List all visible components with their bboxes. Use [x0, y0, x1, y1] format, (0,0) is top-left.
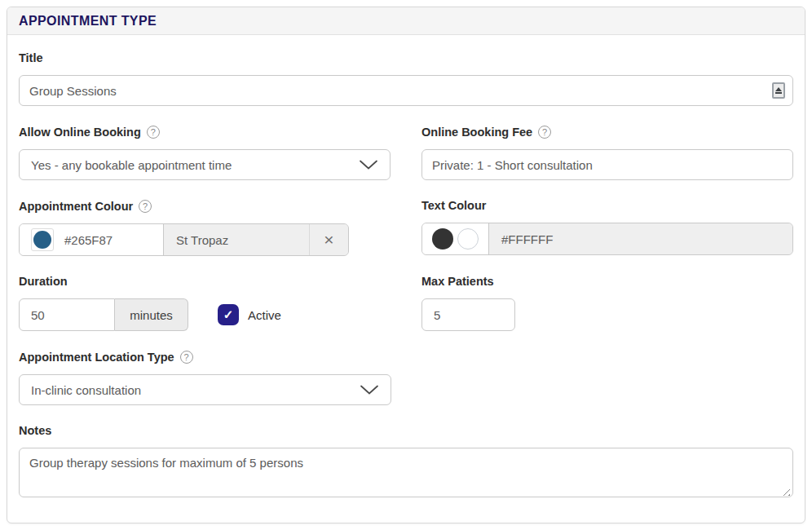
allow-online-booking-value: Yes - any bookable appointment time: [31, 158, 232, 172]
title-label: Title: [19, 52, 793, 64]
duration-input[interactable]: [19, 298, 115, 331]
close-icon: ×: [324, 230, 333, 250]
location-type-value: In-clinic consultation: [31, 383, 141, 397]
allow-online-booking-field: Allow Online Booking ? Yes - any bookabl…: [19, 126, 391, 180]
online-booking-fee-input[interactable]: [421, 149, 793, 180]
help-icon[interactable]: ?: [147, 126, 160, 139]
duration-label: Duration: [19, 276, 391, 288]
location-type-label: Appointment Location Type ?: [19, 351, 391, 364]
autofill-icon[interactable]: [772, 82, 785, 99]
location-type-field: Appointment Location Type ? In-clinic co…: [19, 351, 391, 405]
allow-online-booking-label: Allow Online Booking ?: [19, 126, 391, 139]
notes-textarea[interactable]: Group therapy sessions for maximum of 5 …: [19, 448, 793, 497]
duration-label-text: Duration: [19, 276, 68, 288]
online-booking-fee-label: Online Booking Fee ?: [421, 126, 793, 139]
text-colour-hex: #FFFFFF: [501, 232, 553, 246]
active-label: Active: [248, 308, 281, 322]
title-field: Title: [19, 52, 793, 106]
max-patients-input[interactable]: [421, 298, 515, 331]
text-colour-picker: #FFFFFF: [421, 223, 793, 255]
appointment-colour-hex: #265F87: [64, 233, 113, 247]
duration-unit-addon: minutes: [115, 298, 188, 331]
autofill-arrow-icon: [775, 87, 782, 91]
online-booking-fee-label-text: Online Booking Fee: [421, 126, 532, 139]
text-colour-label-text: Text Colour: [421, 200, 486, 212]
max-patients-label: Max Patients: [421, 276, 793, 288]
title-input[interactable]: [19, 75, 793, 106]
title-input-wrap: [19, 75, 793, 106]
appointment-colour-swatch: [33, 231, 51, 249]
help-icon[interactable]: ?: [180, 351, 193, 364]
chevron-down-icon: [360, 385, 379, 395]
duration-row: Duration minutes ✓ Active: [19, 276, 793, 331]
text-colour-light-option[interactable]: [457, 228, 479, 250]
text-colour-label: Text Colour: [421, 200, 793, 212]
text-colour-swatch-segment: [422, 223, 488, 254]
duration-line: minutes ✓ Active: [19, 298, 391, 331]
clear-colour-button[interactable]: ×: [309, 224, 348, 255]
card-header: APPOINTMENT TYPE: [7, 7, 805, 35]
help-icon[interactable]: ?: [538, 126, 551, 139]
text-colour-field: Text Colour #FFFFFF: [421, 200, 793, 256]
appointment-colour-swatch-segment: #265F87: [20, 224, 163, 255]
max-patients-field: Max Patients: [421, 276, 793, 331]
online-booking-fee-field: Online Booking Fee ?: [421, 126, 793, 180]
active-checkbox[interactable]: ✓: [218, 304, 239, 325]
notes-wrap: Group therapy sessions for maximum of 5 …: [19, 448, 793, 501]
notes-field: Notes Group therapy sessions for maximum…: [19, 425, 793, 501]
appointment-colour-label: Appointment Colour ?: [19, 200, 391, 213]
appointment-colour-field: Appointment Colour ? #265F87 St Tropaz ×: [19, 200, 391, 256]
allow-online-booking-select[interactable]: Yes - any bookable appointment time: [19, 149, 391, 180]
max-patients-label-text: Max Patients: [421, 276, 494, 288]
page-title: APPOINTMENT TYPE: [19, 14, 157, 29]
allow-online-booking-label-text: Allow Online Booking: [19, 126, 141, 139]
title-label-text: Title: [19, 52, 43, 64]
colour-row: Appointment Colour ? #265F87 St Tropaz ×: [19, 200, 793, 256]
duration-field: Duration minutes ✓ Active: [19, 276, 391, 331]
colour-name-text: St Tropaz: [176, 233, 228, 247]
notes-label: Notes: [19, 425, 793, 437]
colour-swatch-button[interactable]: [31, 228, 54, 251]
text-colour-hex-segment: #FFFFFF: [488, 223, 792, 254]
appointment-colour-label-text: Appointment Colour: [19, 201, 133, 213]
appointment-type-card: APPOINTMENT TYPE Title Allow Online Book…: [7, 7, 805, 523]
location-type-label-text: Appointment Location Type: [19, 351, 174, 364]
appointment-colour-picker: #265F87 St Tropaz ×: [19, 223, 349, 256]
location-type-select[interactable]: In-clinic consultation: [19, 374, 391, 405]
chevron-down-icon: [359, 160, 378, 170]
notes-label-text: Notes: [19, 425, 51, 437]
appointment-colour-name: St Tropaz: [163, 224, 309, 255]
location-row: Appointment Location Type ? In-clinic co…: [19, 351, 793, 405]
text-colour-dark-option[interactable]: [432, 228, 453, 250]
check-icon: ✓: [223, 307, 234, 322]
active-checkbox-wrap[interactable]: ✓ Active: [218, 304, 281, 325]
autofill-bar: [775, 92, 782, 94]
help-icon[interactable]: ?: [139, 200, 152, 213]
card-body: Title Allow Online Booking ? Yes - any b…: [7, 35, 805, 501]
booking-row: Allow Online Booking ? Yes - any bookabl…: [19, 126, 793, 180]
duration-unit-text: minutes: [130, 308, 173, 322]
duration-group: minutes: [19, 298, 188, 331]
